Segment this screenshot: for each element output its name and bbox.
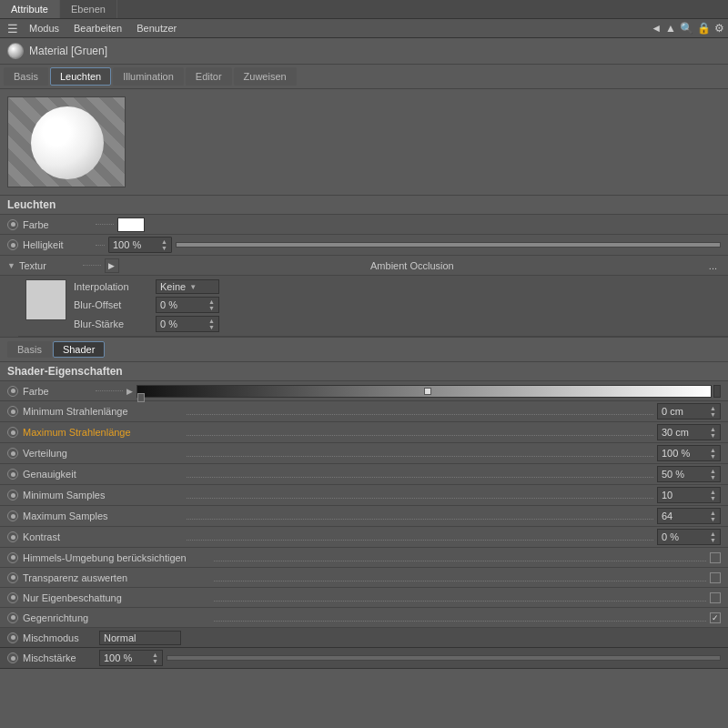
genauigkeit-value-box[interactable]: 50 % ▲ ▼ bbox=[657, 466, 721, 482]
nur-eigen-checkbox[interactable] bbox=[710, 592, 721, 603]
shader-farbe-label: Farbe bbox=[23, 386, 96, 397]
verteilung-spinner[interactable]: ▲ ▼ bbox=[710, 447, 716, 460]
tab-zuweisen[interactable]: Zuweisen bbox=[234, 67, 297, 86]
tab-editor[interactable]: Editor bbox=[186, 67, 232, 86]
gegenrichtung-radio[interactable] bbox=[7, 612, 18, 623]
hamburger-icon[interactable]: ☰ bbox=[4, 22, 22, 35]
min-strahlen-value-box[interactable]: 0 cm ▲ ▼ bbox=[657, 403, 721, 420]
blur-staerke-value-box[interactable]: 0 % ▲ ▼ bbox=[156, 316, 219, 332]
menu-item-bearbeiten[interactable]: Bearbeiten bbox=[66, 21, 129, 35]
gradient-handle[interactable] bbox=[424, 388, 431, 395]
transparenz-row: Transparenz auswerten bbox=[0, 568, 728, 588]
verteilung-label: Verteilung bbox=[23, 448, 187, 459]
min-samples-spinner[interactable]: ▲ ▼ bbox=[710, 489, 716, 501]
search-icon[interactable]: 🔍 bbox=[680, 22, 693, 35]
max-samples-spinner[interactable]: ▲ ▼ bbox=[710, 510, 716, 522]
textur-more-btn[interactable]: ... bbox=[705, 260, 721, 271]
himmels-row: Himmels-Umgebung berücksichtigen bbox=[0, 548, 728, 568]
helligkeit-value-box[interactable]: 100 % ▲ ▼ bbox=[108, 237, 172, 253]
material-title: Material [Gruen] bbox=[29, 45, 107, 57]
blur-staerke-label: Blur-Stärke bbox=[74, 318, 156, 329]
kontrast-spinner[interactable]: ▲ ▼ bbox=[710, 531, 716, 543]
transparenz-radio[interactable] bbox=[7, 572, 18, 583]
blur-offset-value-box[interactable]: 0 % ▲ ▼ bbox=[156, 297, 219, 313]
nur-eigen-radio[interactable] bbox=[7, 592, 18, 603]
tab-attribute[interactable]: Attribute bbox=[0, 0, 60, 18]
helligkeit-label: Helligkeit bbox=[23, 239, 96, 250]
min-strahlen-label: Minimum Strahlenlänge bbox=[23, 406, 187, 417]
shader-tab-shader[interactable]: Shader bbox=[53, 341, 105, 358]
max-strahlen-radio[interactable] bbox=[7, 427, 18, 438]
mischstaerke-slider[interactable] bbox=[167, 655, 721, 661]
menu-item-modus[interactable]: Modus bbox=[22, 21, 66, 35]
mischstaerke-spinner[interactable]: ▲ ▼ bbox=[152, 652, 158, 664]
himmels-checkbox[interactable] bbox=[710, 552, 721, 563]
interpolation-select[interactable]: Keine ▼ bbox=[156, 279, 219, 294]
kontrast-value-box[interactable]: 0 % ▲ ▼ bbox=[657, 529, 721, 545]
shader-tab-basis[interactable]: Basis bbox=[7, 341, 52, 358]
tab-illumination[interactable]: Illumination bbox=[113, 67, 184, 86]
verteilung-row: Verteilung 100 % ▲ ▼ bbox=[0, 443, 728, 464]
tab-leuchten[interactable]: Leuchten bbox=[50, 67, 111, 86]
tab-basis[interactable]: Basis bbox=[4, 67, 48, 86]
lock-icon[interactable]: 🔒 bbox=[697, 22, 711, 35]
min-strahlen-radio[interactable] bbox=[7, 406, 18, 417]
max-strahlen-value-box[interactable]: 30 cm ▲ ▼ bbox=[657, 424, 721, 440]
min-strahlen-value: 0 cm bbox=[662, 406, 683, 417]
mischmodus-select[interactable]: Normal bbox=[99, 631, 181, 645]
max-samples-value-box[interactable]: 64 ▲ ▼ bbox=[657, 508, 721, 524]
helligkeit-spinner[interactable]: ▲ ▼ bbox=[161, 238, 167, 251]
menu-item-benutzer[interactable]: Benutzer bbox=[129, 21, 184, 35]
verteilung-radio[interactable] bbox=[7, 448, 18, 459]
helligkeit-radio[interactable] bbox=[7, 239, 18, 250]
max-samples-label: Maximum Samples bbox=[23, 511, 187, 521]
forward-icon[interactable]: ▲ bbox=[665, 22, 676, 35]
helligkeit-value: 100 % bbox=[113, 239, 141, 250]
preview-sphere bbox=[31, 106, 104, 179]
textur-row: ▼ Textur ▶ Ambient Occlusion ... bbox=[0, 256, 728, 276]
min-samples-value: 10 bbox=[662, 490, 672, 500]
shader-farbe-gradient[interactable] bbox=[136, 385, 712, 398]
blur-offset-label: Blur-Offset bbox=[74, 299, 156, 310]
textur-thumbnail bbox=[25, 279, 66, 320]
interpolation-label: Interpolation bbox=[74, 281, 156, 292]
helligkeit-slider[interactable] bbox=[176, 242, 721, 248]
genauigkeit-radio[interactable] bbox=[7, 469, 18, 480]
blur-staerke-spinner[interactable]: ▲ ▼ bbox=[208, 318, 215, 330]
mischmodus-radio[interactable] bbox=[7, 632, 18, 643]
kontrast-radio[interactable] bbox=[7, 531, 18, 542]
gegenrichtung-checkbox[interactable]: ✓ bbox=[710, 612, 721, 623]
back-icon[interactable]: ◄ bbox=[651, 22, 662, 35]
blur-offset-value: 0 % bbox=[160, 299, 177, 310]
gradient-left-handle[interactable] bbox=[137, 393, 145, 402]
min-strahlen-spinner[interactable]: ▲ ▼ bbox=[710, 405, 716, 418]
farbe-radio[interactable] bbox=[7, 219, 18, 230]
blur-offset-row: Blur-Offset 0 % ▲ ▼ bbox=[74, 297, 721, 313]
helligkeit-row: Helligkeit 100 % ▲ ▼ bbox=[0, 235, 728, 256]
preview-box bbox=[7, 96, 126, 187]
mischmodus-row: Mischmodus Normal bbox=[0, 628, 728, 648]
genauigkeit-value: 50 % bbox=[662, 469, 684, 480]
farbe-color-swatch[interactable] bbox=[117, 217, 145, 232]
shader-farbe-radio[interactable] bbox=[7, 386, 18, 397]
mischstaerke-radio[interactable] bbox=[7, 652, 18, 663]
blur-offset-spinner[interactable]: ▲ ▼ bbox=[208, 298, 215, 311]
settings-icon[interactable]: ⚙ bbox=[714, 22, 724, 35]
max-strahlen-spinner[interactable]: ▲ ▼ bbox=[710, 426, 716, 439]
genauigkeit-spinner[interactable]: ▲ ▼ bbox=[710, 468, 716, 480]
min-samples-radio[interactable] bbox=[7, 490, 18, 500]
blur-staerke-row: Blur-Stärke 0 % ▲ ▼ bbox=[74, 316, 721, 332]
min-samples-value-box[interactable]: 10 ▲ ▼ bbox=[657, 487, 721, 503]
max-samples-radio[interactable] bbox=[7, 511, 18, 521]
mischstaerke-value-box[interactable]: 100 % ▲ ▼ bbox=[99, 650, 163, 666]
himmels-radio[interactable] bbox=[7, 552, 18, 563]
shader-farbe-scrollbar[interactable] bbox=[713, 385, 721, 398]
transparenz-checkbox[interactable] bbox=[710, 572, 721, 583]
textur-arrow-btn[interactable]: ▶ bbox=[105, 258, 119, 273]
mischmodus-label: Mischmodus bbox=[23, 632, 96, 643]
verteilung-value-box[interactable]: 100 % ▲ ▼ bbox=[657, 445, 721, 461]
tab-ebenen[interactable]: Ebenen bbox=[60, 0, 117, 18]
shader-farbe-arrow[interactable]: ▶ bbox=[126, 387, 133, 396]
kontrast-value: 0 % bbox=[662, 531, 679, 542]
textur-toggle[interactable]: ▼ bbox=[7, 261, 15, 270]
